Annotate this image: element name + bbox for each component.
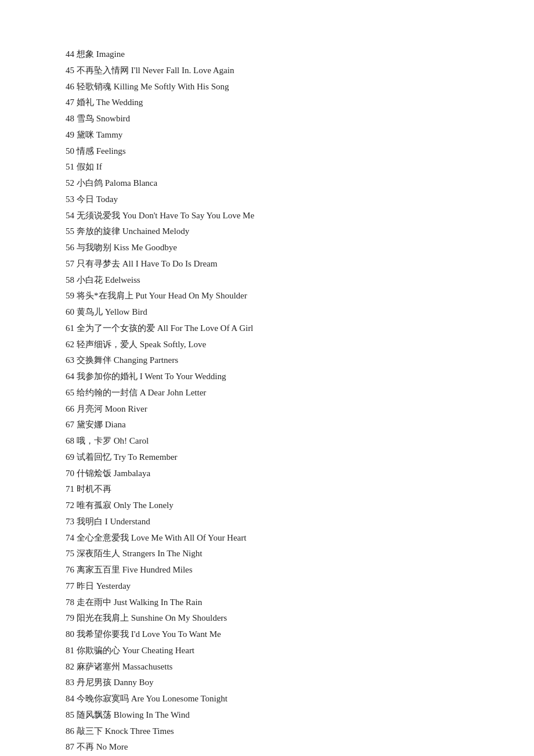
song-title: 今日 Today	[77, 195, 118, 204]
song-number: 57	[58, 256, 74, 272]
list-item: 87不再 No More	[58, 739, 476, 755]
song-title: 什锦烩饭 Jambalaya	[77, 469, 150, 478]
list-item: 65给约翰的一封信 A Dear John Letter	[58, 385, 476, 401]
song-number: 70	[58, 466, 74, 482]
list-item: 80我希望你要我 I'd Love You To Want Me	[58, 627, 476, 643]
song-number: 47	[58, 95, 74, 111]
song-title: 我参加你的婚礼 I Went To Your Wedding	[77, 372, 226, 381]
song-number: 55	[58, 224, 74, 240]
song-title: 阳光在我肩上 Sunshine On My Shoulders	[77, 613, 227, 622]
list-item: 69试着回忆 Try To Remember	[58, 449, 476, 466]
song-title: 给约翰的一封信 A Dear John Letter	[77, 388, 206, 397]
song-number: 83	[58, 675, 74, 691]
list-item: 63交换舞伴 Changing Partners	[58, 352, 476, 369]
list-item: 76离家五百里 Five Hundred Miles	[58, 562, 476, 578]
song-title: 月亮河 Moon River	[77, 404, 147, 413]
song-title: 今晚你寂寞吗 Are You Lonesome Tonight	[77, 694, 228, 703]
list-item: 49黛咪 Tammy	[58, 127, 476, 143]
song-title: 黛安娜 Diana	[77, 420, 126, 429]
song-number: 45	[58, 63, 74, 79]
list-item: 66月亮河 Moon River	[58, 401, 476, 417]
list-item: 71时机不再	[58, 481, 476, 498]
list-item: 50情感 Feelings	[58, 143, 476, 160]
song-title: 不再坠入情网 I'll Never Fall In. Love Again	[77, 66, 234, 75]
song-number: 51	[58, 159, 74, 175]
list-item: 52小白鸽 Paloma Blanca	[58, 175, 476, 192]
song-title: 奔放的旋律 Unchained Melody	[77, 226, 189, 236]
song-title: 试着回忆 Try To Remember	[77, 452, 178, 462]
song-title: 轻歌销魂 Killing Me Softly With His Song	[77, 82, 229, 91]
song-number: 71	[58, 481, 74, 498]
list-item: 86敲三下 Knock Three Times	[58, 723, 476, 740]
song-title: 深夜陌生人 Strangers In The Night	[77, 549, 202, 558]
list-item: 75深夜陌生人 Strangers In The Night	[58, 546, 476, 562]
song-number: 53	[58, 192, 74, 208]
song-title: 时机不再	[77, 484, 111, 494]
list-item: 57只有寻梦去 All I Have To Do Is Dream	[58, 256, 476, 272]
song-title: 将头*在我肩上 Put Your Head On My Shoulder	[77, 291, 247, 300]
song-title: 只有寻梦去 All I Have To Do Is Dream	[77, 259, 217, 268]
list-item: 83丹尼男孩 Danny Boy	[58, 675, 476, 691]
song-number: 66	[58, 401, 74, 417]
song-number: 68	[58, 433, 74, 449]
list-item: 82麻萨诸塞州 Massachusetts	[58, 659, 476, 675]
list-item: 62轻声细诉，爱人 Speak Softly, Love	[58, 337, 476, 353]
song-number: 80	[58, 627, 74, 643]
song-number: 79	[58, 610, 74, 627]
song-title: 昨日 Yesterday	[77, 581, 131, 591]
list-item: 45不再坠入情网 I'll Never Fall In. Love Again	[58, 63, 476, 79]
song-number: 86	[58, 723, 74, 740]
song-number: 61	[58, 321, 74, 337]
song-title: 离家五百里 Five Hundred Miles	[77, 565, 193, 574]
song-number: 76	[58, 562, 74, 578]
song-title: 全心全意爱我 Love Me With All Of Your Heart	[77, 533, 246, 542]
list-item: 64我参加你的婚礼 I Went To Your Wedding	[58, 369, 476, 385]
song-list: 44想象 Imagine45不再坠入情网 I'll Never Fall In.…	[58, 46, 476, 755]
list-item: 72唯有孤寂 Only The Lonely	[58, 498, 476, 514]
song-title: 交换舞伴 Changing Partners	[77, 355, 178, 365]
song-number: 63	[58, 352, 74, 369]
song-number: 67	[58, 417, 74, 433]
list-item: 54无须说爱我 You Don't Have To Say You Love M…	[58, 208, 476, 224]
song-number: 85	[58, 707, 74, 723]
list-item: 44想象 Imagine	[58, 46, 476, 63]
song-number: 49	[58, 127, 74, 143]
list-item: 58小白花 Edelweiss	[58, 272, 476, 289]
list-item: 53今日 Today	[58, 192, 476, 208]
list-item: 78走在雨中 Just Walking In The Rain	[58, 595, 476, 611]
song-title: 随风飘荡 Blowing In The Wind	[77, 710, 190, 719]
song-number: 73	[58, 514, 74, 530]
song-number: 56	[58, 240, 74, 256]
song-number: 74	[58, 530, 74, 546]
list-item: 68哦，卡罗 Oh! Carol	[58, 433, 476, 449]
song-title: 你欺骗的心 Your Cheating Heart	[77, 646, 194, 655]
list-item: 70什锦烩饭 Jambalaya	[58, 466, 476, 482]
song-number: 84	[58, 691, 74, 707]
song-title: 想象 Imagine	[77, 49, 125, 59]
song-title: 婚礼 The Wedding	[77, 98, 143, 107]
song-title: 雪鸟 Snowbird	[77, 114, 130, 123]
song-title: 假如 If	[77, 162, 102, 171]
song-number: 60	[58, 304, 74, 321]
list-item: 61全为了一个女孩的爱 All For The Love Of A Girl	[58, 321, 476, 337]
song-number: 69	[58, 449, 74, 466]
song-title: 不再 No More	[77, 742, 128, 751]
song-number: 65	[58, 385, 74, 401]
song-number: 50	[58, 143, 74, 160]
song-number: 52	[58, 175, 74, 192]
song-number: 58	[58, 272, 74, 289]
list-item: 84今晚你寂寞吗 Are You Lonesome Tonight	[58, 691, 476, 707]
list-item: 55奔放的旋律 Unchained Melody	[58, 224, 476, 240]
song-title: 小白鸽 Paloma Blanca	[77, 178, 157, 188]
song-number: 64	[58, 369, 74, 385]
song-number: 44	[58, 46, 74, 63]
song-title: 走在雨中 Just Walking In The Rain	[77, 597, 202, 607]
song-number: 54	[58, 208, 74, 224]
song-title: 我明白 I Understand	[77, 517, 150, 526]
list-item: 47婚礼 The Wedding	[58, 95, 476, 111]
song-number: 77	[58, 578, 74, 595]
list-item: 48雪鸟 Snowbird	[58, 111, 476, 127]
list-item: 67黛安娜 Diana	[58, 417, 476, 433]
song-title: 敲三下 Knock Three Times	[77, 726, 174, 736]
song-title: 全为了一个女孩的爱 All For The Love Of A Girl	[77, 323, 253, 333]
